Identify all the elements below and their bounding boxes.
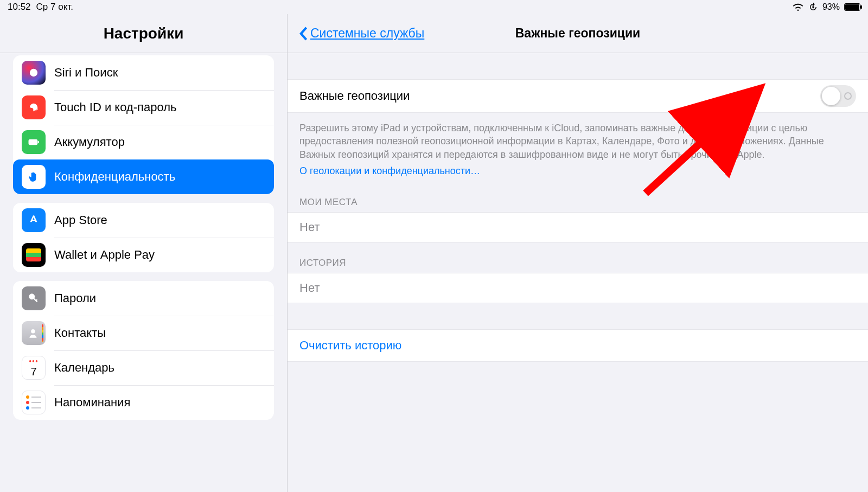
sidebar-item-label: Аккумулятор (54, 135, 125, 149)
key-icon (22, 286, 46, 310)
appstore-icon (22, 208, 46, 232)
sidebar-item-contacts[interactable]: Контакты (13, 316, 274, 350)
siri-icon (22, 61, 46, 85)
detail-header: Системные службы Важные геопозиции (288, 14, 868, 53)
sidebar-item-wallet[interactable]: Wallet и Apple Pay (13, 238, 274, 272)
sidebar-group-1: Siri и Поиск Touch ID и код-пароль Аккум… (13, 55, 274, 194)
sidebar-item-label: Siri и Поиск (54, 66, 118, 80)
history-value: Нет (288, 273, 868, 303)
sidebar-item-siri[interactable]: Siri и Поиск (13, 55, 274, 90)
svg-point-6 (31, 329, 35, 334)
status-bar: 10:52 Ср 7 окт. 93% (0, 0, 868, 14)
battery-percent: 93% (822, 2, 840, 12)
detail-title: Важные геопозиции (515, 26, 640, 41)
footer-description: Разрешить этому iPad и устройствам, подк… (288, 113, 868, 182)
section-header-history: ИСТОРИЯ (288, 242, 868, 273)
calendar-icon: ●●● 7 (22, 356, 46, 380)
sidebar-item-privacy[interactable]: Конфиденциальность (13, 159, 274, 194)
battery-icon (22, 130, 46, 154)
wifi-icon (792, 3, 804, 11)
sidebar-item-calendar[interactable]: ●●● 7 Календарь (13, 350, 274, 385)
sidebar-item-label: Wallet и Apple Pay (54, 248, 155, 262)
sidebar-item-label: Пароли (54, 291, 96, 305)
clear-history-button[interactable]: Очистить историю (288, 329, 868, 362)
fingerprint-icon (22, 95, 46, 119)
sidebar-group-2: App Store Wallet и Apple Pay (13, 203, 274, 272)
toggle-switch[interactable] (820, 85, 856, 107)
privacy-link[interactable]: О геолокации и конфиденциальности… (299, 164, 480, 177)
wallet-icon (22, 243, 46, 267)
sidebar-item-battery[interactable]: Аккумулятор (13, 125, 274, 159)
reminders-icon (22, 391, 46, 414)
orientation-lock-icon (808, 2, 818, 12)
hand-icon (22, 165, 46, 189)
battery-icon (844, 3, 860, 11)
status-date: Ср 7 окт. (36, 2, 73, 12)
sidebar-item-touchid[interactable]: Touch ID и код-пароль (13, 90, 274, 125)
sidebar-item-label: Конфиденциальность (54, 170, 175, 184)
sidebar-item-label: App Store (54, 213, 107, 227)
svg-point-2 (32, 71, 36, 75)
toggle-row-significant-locations: Важные геопозиции (288, 79, 868, 113)
sidebar-item-reminders[interactable]: Напоминания (13, 385, 274, 420)
sidebar-item-appstore[interactable]: App Store (13, 203, 274, 238)
svg-point-5 (29, 294, 34, 299)
section-header-places: МОИ МЕСТА (288, 182, 868, 212)
sidebar-group-3: Пароли Контакты ●●● 7 Календ (13, 281, 274, 420)
settings-sidebar: Настройки Siri и Поиск Touch ID и код-па… (0, 14, 288, 492)
sidebar-title: Настройки (0, 14, 287, 53)
status-time: 10:52 (8, 2, 31, 12)
sidebar-item-label: Контакты (54, 326, 106, 340)
sidebar-item-passwords[interactable]: Пароли (13, 281, 274, 316)
sidebar-item-label: Напоминания (54, 395, 130, 410)
toggle-label: Важные геопозиции (299, 89, 410, 103)
places-value: Нет (288, 212, 868, 242)
detail-pane: Системные службы Важные геопозиции Важны… (288, 14, 868, 492)
contacts-icon (22, 321, 46, 345)
sidebar-item-label: Touch ID и код-пароль (54, 100, 177, 114)
sidebar-item-label: Календарь (54, 361, 114, 375)
svg-rect-3 (29, 140, 37, 145)
back-label: Системные службы (310, 26, 424, 41)
svg-rect-0 (812, 7, 814, 9)
chevron-left-icon (298, 26, 308, 41)
back-button[interactable]: Системные службы (298, 26, 424, 41)
svg-rect-4 (38, 141, 39, 143)
